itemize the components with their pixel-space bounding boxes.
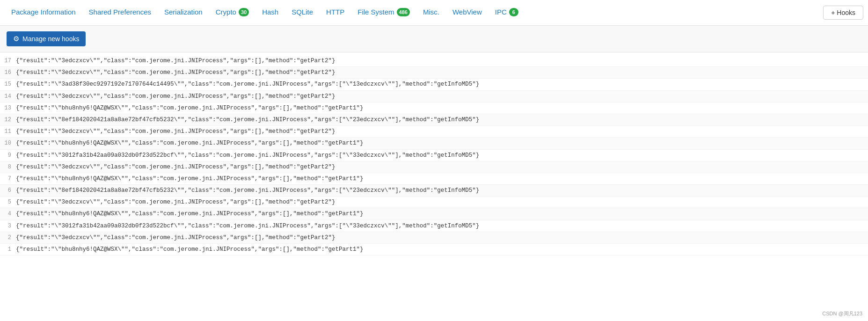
nav-item-serialization[interactable]: Serialization (158, 0, 209, 26)
log-content: {"result":"\"3ad38f30ec9297192e71707644c… (16, 80, 479, 89)
line-number: 13 (0, 104, 16, 113)
manage-hooks-button[interactable]: ⚙ Manage new hooks (7, 31, 86, 46)
log-content: {"result":"\"bhu8nhy6!QAZ@WSX\"","class"… (16, 174, 364, 183)
log-content: {"result":"\"3edczxcv\"","class":"com.je… (16, 233, 336, 242)
log-row: 8{"result":"\"3edczxcv\"","class":"com.j… (0, 161, 868, 173)
line-number: 5 (0, 198, 16, 207)
log-content: {"result":"\"8ef1842020421a8a8ae72bf47cf… (16, 186, 479, 195)
gear-icon: ⚙ (13, 35, 19, 43)
line-number: 6 (0, 186, 16, 195)
line-number: 12 (0, 116, 16, 124)
log-row: 4{"result":"\"bhu8nhy6!QAZ@WSX\"","class… (0, 208, 868, 220)
log-content: {"result":"\"3edczxcv\"","class":"com.je… (16, 162, 336, 172)
line-number: 3 (0, 222, 16, 231)
nav-item-crypto[interactable]: Crypto30 (209, 0, 255, 26)
log-row: 12{"result":"\"8ef1842020421a8a8ae72bf47… (0, 114, 868, 126)
nav-item-sqlite[interactable]: SQLite (285, 0, 320, 26)
line-number: 8 (0, 163, 16, 172)
line-number: 10 (0, 139, 16, 148)
log-row: 6{"result":"\"8ef1842020421a8a8ae72bf47c… (0, 185, 868, 197)
log-row: 2{"result":"\"3edczxcv\"","class":"com.j… (0, 232, 868, 244)
log-row: 1{"result":"\"bhu8nhy6!QAZ@WSX\"","class… (0, 244, 868, 255)
log-content: {"result":"\"3edczxcv\"","class":"com.je… (16, 197, 336, 207)
nav-item-hash[interactable]: Hash (255, 0, 285, 26)
log-content: {"result":"\"3012fa31b42aa09a032db0f23d5… (16, 151, 479, 160)
line-number: 11 (0, 127, 16, 136)
nav-badge-file-system: 486 (397, 8, 410, 16)
log-content: {"result":"\"3edczxcv\"","class":"com.je… (16, 92, 336, 101)
log-row: 14{"result":"\"3edczxcv\"","class":"com.… (0, 91, 868, 102)
log-content: {"result":"\"bhu8nhy6!QAZ@WSX\"","class"… (16, 245, 364, 254)
line-number: 15 (0, 80, 16, 89)
log-row: 11{"result":"\"3edczxcv\"","class":"com.… (0, 126, 868, 138)
log-content: {"result":"\"3012fa31b42aa09a032db0f23d5… (16, 221, 479, 231)
nav-item-file-system[interactable]: File System486 (351, 0, 416, 26)
nav-item-package-information[interactable]: Package Information (5, 0, 82, 26)
log-row: 15{"result":"\"3ad38f30ec9297192e7170764… (0, 79, 868, 90)
plus-hooks-button[interactable]: + Hooks (823, 6, 863, 20)
toolbar: ⚙ Manage new hooks (0, 26, 868, 52)
nav-badge-ipc: 6 (509, 8, 518, 16)
log-content: {"result":"\"3edczxcv\"","class":"com.je… (16, 56, 336, 66)
log-content: {"result":"\"8ef1842020421a8a8ae72bf47cf… (16, 115, 479, 124)
log-row: 7{"result":"\"bhu8nhy6!QAZ@WSX\"","class… (0, 173, 868, 185)
line-number: 4 (0, 210, 16, 219)
log-content: {"result":"\"bhu8nhy6!QAZ@WSX\"","class"… (16, 139, 364, 148)
line-number: 2 (0, 233, 16, 242)
log-row: 13{"result":"\"bhu8nhy6!QAZ@WSX\"","clas… (0, 102, 868, 114)
log-content: {"result":"\"3edczxcv\"","class":"com.je… (16, 127, 336, 136)
nav-item-http[interactable]: HTTP (320, 0, 351, 26)
log-row: 10{"result":"\"bhu8nhy6!QAZ@WSX\"","clas… (0, 138, 868, 149)
log-row: 3{"result":"\"3012fa31b42aa09a032db0f23d… (0, 220, 868, 232)
nav-badge-crypto: 30 (239, 8, 249, 16)
log-content: {"result":"\"bhu8nhy6!QAZ@WSX\"","class"… (16, 103, 364, 113)
log-row: 16{"result":"\"3edczxcv\"","class":"com.… (0, 67, 868, 79)
log-row: 9{"result":"\"3012fa31b42aa09a032db0f23d… (0, 150, 868, 161)
nav-item-misc[interactable]: Misc. (416, 0, 446, 26)
log-content: {"result":"\"3edczxcv\"","class":"com.je… (16, 68, 336, 77)
line-number: 16 (0, 68, 16, 77)
nav-item-shared-preferences[interactable]: Shared Preferences (82, 0, 158, 26)
nav-item-ipc[interactable]: IPC6 (489, 0, 525, 26)
log-row: 5{"result":"\"3edczxcv\"","class":"com.j… (0, 197, 868, 208)
log-row: 17{"result":"\"3edczxcv\"","class":"com.… (0, 55, 868, 67)
line-number: 1 (0, 245, 16, 254)
line-number: 14 (0, 92, 16, 101)
nav-item-webview[interactable]: WebView (446, 0, 489, 26)
manage-hooks-label: Manage new hooks (22, 35, 79, 43)
line-number: 17 (0, 57, 16, 66)
line-number: 9 (0, 151, 16, 160)
nav-bar: Package InformationShared PreferencesSer… (0, 0, 868, 26)
log-content: {"result":"\"bhu8nhy6!QAZ@WSX\"","class"… (16, 209, 364, 219)
log-area: 17{"result":"\"3edczxcv\"","class":"com.… (0, 52, 868, 258)
line-number: 7 (0, 175, 16, 183)
